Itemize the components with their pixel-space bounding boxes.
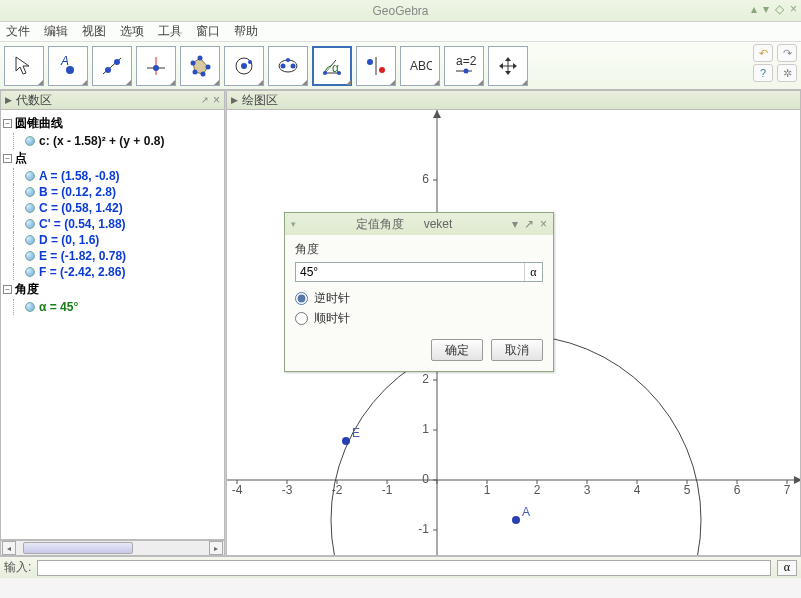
item-angle-alpha[interactable]: α = 45° [3,299,222,315]
svg-text:1: 1 [484,483,491,497]
svg-text:1: 1 [422,422,429,436]
minimize-icon[interactable]: ▴ [751,2,757,16]
dialog-titlebar[interactable]: ▾ 定值角度 veket ▾ ↗ × [285,213,553,235]
scroll-thumb[interactable] [23,542,133,554]
svg-point-77 [342,437,350,445]
tool-polygon[interactable] [180,46,220,86]
tool-text[interactable]: ABC [400,46,440,86]
item-point-a[interactable]: A = (1.58, -0.8) [3,168,222,184]
window-title: GeoGebra [372,4,428,18]
angle-symbol-picker-icon[interactable]: α [524,263,542,281]
svg-point-13 [191,60,196,65]
dialog-min-icon[interactable]: ▾ [512,217,518,231]
ok-button[interactable]: 确定 [431,339,483,361]
radio-cw[interactable]: 顺时针 [295,310,543,327]
dialog-max-icon[interactable]: ↗ [524,217,534,231]
visibility-icon[interactable] [25,267,35,277]
svg-text:6: 6 [734,483,741,497]
maximize-icon[interactable]: ▾ [763,2,769,16]
triangle-icon: ▶ [5,95,12,105]
item-point-c[interactable]: C = (0.58, 1.42) [3,200,222,216]
graphics-title: 绘图区 [242,92,278,109]
menu-window[interactable]: 窗口 [196,23,220,40]
folder-conic[interactable]: −圆锥曲线 [3,114,222,133]
visibility-icon[interactable] [25,251,35,261]
svg-text:4: 4 [634,483,641,497]
angle-input-wrap: α [295,262,543,282]
tool-perpendicular[interactable] [136,46,176,86]
svg-point-10 [206,64,211,69]
item-point-b[interactable]: B = (0.12, 2.8) [3,184,222,200]
item-point-e[interactable]: E = (-1.82, 0.78) [3,248,222,264]
svg-text:7: 7 [784,483,791,497]
settings-icon[interactable]: ✲ [777,64,797,82]
svg-point-18 [281,63,286,68]
radio-ccw[interactable]: 逆时针 [295,290,543,307]
tool-line[interactable] [92,46,132,86]
angle-input[interactable] [296,265,524,279]
graphics-header[interactable]: ▶ 绘图区 [226,90,801,110]
toolbar-right: ↶ ↷ ? ✲ [753,44,797,82]
visibility-icon[interactable] [25,302,35,312]
visibility-icon[interactable] [25,187,35,197]
redo-button[interactable]: ↷ [777,44,797,62]
menu-file[interactable]: 文件 [6,23,30,40]
undo-button[interactable]: ↶ [753,44,773,62]
folder-angle[interactable]: −角度 [3,280,222,299]
panel-expand-icon[interactable]: ↗ [201,95,209,105]
menu-edit[interactable]: 编辑 [44,23,68,40]
tool-move-view[interactable] [488,46,528,86]
triangle-icon: ▶ [231,95,238,105]
svg-point-26 [379,67,385,73]
svg-text:5: 5 [684,483,691,497]
close-icon[interactable]: × [790,2,797,16]
dialog-close-icon[interactable]: × [540,217,547,231]
scroll-left-icon[interactable]: ◂ [2,541,16,555]
algebra-hscroll[interactable]: ◂ ▸ [0,540,225,556]
svg-text:3: 3 [584,483,591,497]
algebra-header[interactable]: ▶ 代数区 ↗ × [0,90,225,110]
tool-slider[interactable]: a=2 [444,46,484,86]
svg-point-23 [337,71,341,75]
visibility-icon[interactable] [25,203,35,213]
item-point-cp[interactable]: C' = (0.54, 1.88) [3,216,222,232]
svg-point-1 [66,66,74,74]
item-conic-c[interactable]: c: (x - 1.58)² + (y + 0.8) [3,133,222,149]
algebra-tree[interactable]: −圆锥曲线 c: (x - 1.58)² + (y + 0.8) −点 A = … [0,110,225,540]
svg-text:ABC: ABC [410,59,432,73]
visibility-icon[interactable] [25,171,35,181]
menu-view[interactable]: 视图 [82,23,106,40]
tool-point[interactable]: A [48,46,88,86]
svg-point-4 [114,59,120,65]
svg-point-75 [512,516,520,524]
svg-point-7 [153,65,159,71]
cancel-button[interactable]: 取消 [491,339,543,361]
restore-icon[interactable]: ◇ [775,2,784,16]
algebra-panel: ▶ 代数区 ↗ × −圆锥曲线 c: (x - 1.58)² + (y + 0.… [0,90,226,556]
tool-circle[interactable] [224,46,264,86]
item-point-f[interactable]: F = (-2.42, 2.86) [3,264,222,280]
visibility-icon[interactable] [25,235,35,245]
tool-reflect[interactable] [356,46,396,86]
svg-text:-4: -4 [232,483,243,497]
menu-options[interactable]: 选项 [120,23,144,40]
scroll-right-icon[interactable]: ▸ [209,541,223,555]
angle-field-label: 角度 [295,241,543,258]
tool-ellipse[interactable] [268,46,308,86]
svg-text:a=2: a=2 [456,54,476,68]
svg-text:2: 2 [534,483,541,497]
tool-move[interactable] [4,46,44,86]
visibility-icon[interactable] [25,219,35,229]
menu-help[interactable]: 帮助 [234,23,258,40]
input-field[interactable] [37,560,771,576]
symbol-picker-icon[interactable]: α [777,560,797,576]
menu-tools[interactable]: 工具 [158,23,182,40]
item-point-d[interactable]: D = (0, 1.6) [3,232,222,248]
panel-close-icon[interactable]: × [213,93,220,107]
tool-angle[interactable]: α [312,46,352,86]
svg-text:-1: -1 [382,483,393,497]
visibility-icon[interactable] [25,136,35,146]
svg-point-19 [291,63,296,68]
help-icon[interactable]: ? [753,64,773,82]
folder-points[interactable]: −点 [3,149,222,168]
